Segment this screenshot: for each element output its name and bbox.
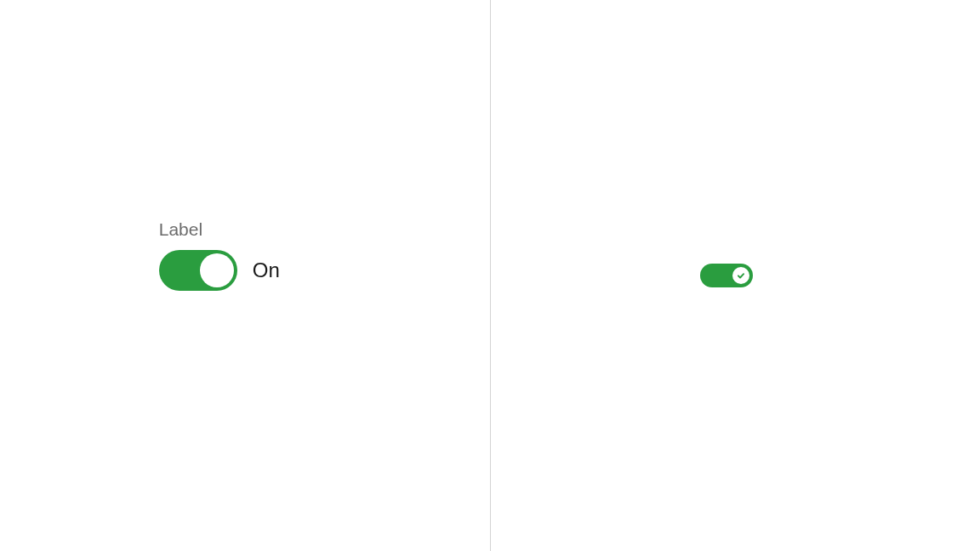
toggle-switch-small[interactable] xyxy=(700,264,753,287)
main-container: Label On xyxy=(0,0,980,551)
toggle-thumb xyxy=(200,253,234,287)
checkmark-icon xyxy=(737,271,745,280)
toggle-label: Label xyxy=(159,219,280,240)
toggle-group: Label On xyxy=(159,219,280,291)
toggle-state-text: On xyxy=(253,258,280,282)
toggle-thumb-small xyxy=(732,267,749,284)
left-panel: Label On xyxy=(0,0,490,551)
toggle-switch-large[interactable] xyxy=(159,250,237,291)
right-panel xyxy=(491,0,981,551)
toggle-row: On xyxy=(159,250,280,291)
